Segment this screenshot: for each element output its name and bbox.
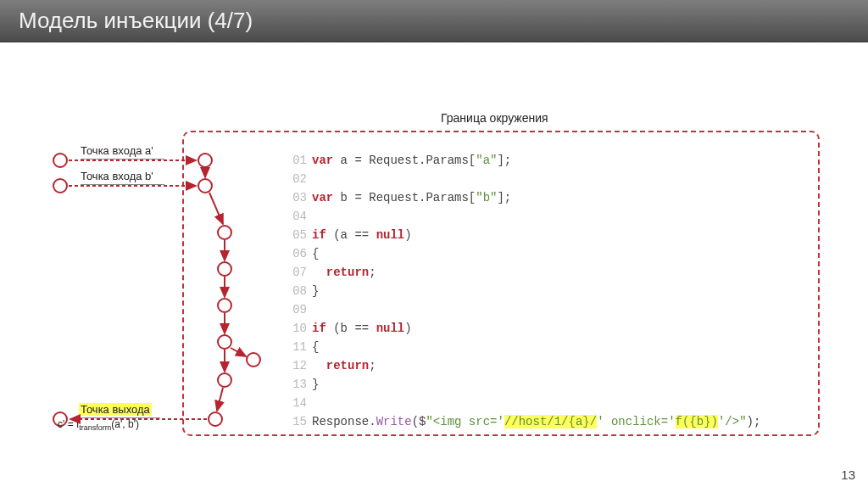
code-line-05: 05if (a == null): [288, 226, 760, 244]
code-line-12: 12 return;: [288, 356, 760, 375]
page-number: 13: [841, 467, 855, 482]
code-line-06: 06{: [288, 244, 760, 263]
code-line-04: 04: [288, 207, 760, 226]
code-line-09: 09: [288, 300, 760, 319]
graph-node-2: [198, 178, 213, 193]
code-line-10: 10if (b == null): [288, 319, 760, 338]
graph-node-7: [246, 352, 261, 367]
code-line-11: 11{: [288, 338, 760, 356]
exit-label: Точка выхода: [79, 403, 152, 416]
formula-pre: c' = f: [58, 418, 79, 430]
code-line-07: 07 return;: [288, 263, 760, 282]
graph-node-5: [217, 298, 232, 313]
formula-post: (a', b'): [111, 418, 139, 430]
slide-header: Модель инъекции (4/7): [0, 0, 868, 42]
formula-sub: transform: [79, 423, 111, 432]
graph-node-8: [217, 372, 232, 388]
formula-label: c' = ftransform(a', b'): [58, 418, 139, 432]
entry-label-b: Точка входа b': [81, 170, 153, 182]
ext-node-b: [53, 178, 68, 193]
underline-a: [81, 159, 164, 160]
boundary-label: Граница окружения: [441, 111, 548, 125]
code-line-03: 03var b = Request.Params["b"];: [288, 188, 760, 207]
graph-node-6: [217, 334, 232, 350]
ext-node-a: [53, 153, 68, 168]
graph-node-9: [208, 411, 223, 427]
underline-b: [81, 184, 164, 185]
entry-label-a: Точка входа a': [81, 144, 153, 157]
graph-node-4: [217, 261, 232, 277]
code-line-13: 13}: [288, 375, 760, 394]
graph-node-3: [217, 225, 232, 240]
code-line-01: 01var a = Request.Params["a"];: [288, 151, 760, 170]
diagram-stage: Граница окружения Точка входа a' Точка в…: [0, 59, 868, 487]
code-line-08: 08}: [288, 282, 760, 300]
code-line-15: 15Response.Write($"<img src='//host/1/{a…: [288, 412, 760, 431]
code-block: 01var a = Request.Params["a"]; 02 03var …: [288, 151, 760, 431]
code-line-02: 02: [288, 170, 760, 188]
code-line-14: 14: [288, 394, 760, 412]
slide-title: Модель инъекции (4/7): [19, 8, 253, 34]
graph-node-1: [198, 153, 213, 168]
